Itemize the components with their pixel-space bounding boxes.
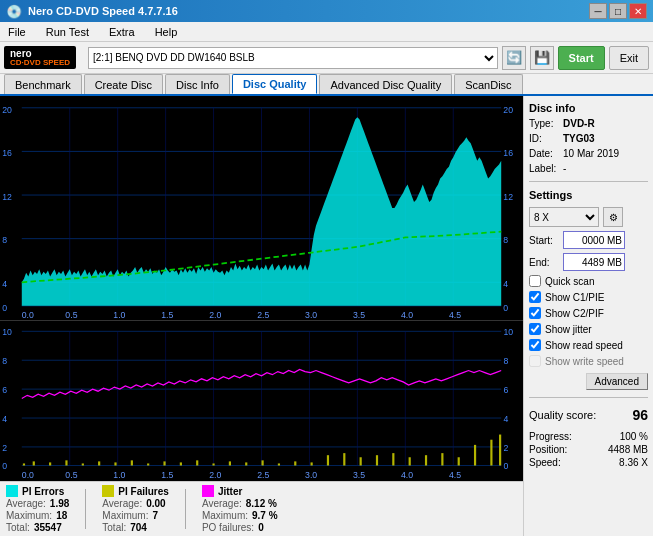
svg-rect-81	[458, 457, 460, 465]
show-jitter-checkbox[interactable]	[529, 323, 541, 335]
save-icon[interactable]: 💾	[530, 46, 554, 70]
refresh-icon[interactable]: 🔄	[502, 46, 526, 70]
tab-create-disc[interactable]: Create Disc	[84, 74, 163, 94]
show-write-speed-checkbox	[529, 355, 541, 367]
pi-failures-label: PI Failures	[118, 486, 169, 497]
exit-button[interactable]: Exit	[609, 46, 649, 70]
tab-scan-disc[interactable]: ScanDisc	[454, 74, 522, 94]
svg-text:3.5: 3.5	[353, 470, 365, 480]
svg-text:0: 0	[503, 302, 508, 312]
pi-errors-total: Total: 35547	[6, 522, 69, 533]
svg-text:8: 8	[2, 235, 7, 245]
jitter-po: PO failures: 0	[202, 522, 278, 533]
svg-rect-76	[376, 455, 378, 465]
disc-type-label: Type:	[529, 118, 559, 129]
menu-run-test[interactable]: Run Test	[42, 25, 93, 39]
svg-text:0: 0	[503, 461, 508, 471]
menu-bar: File Run Test Extra Help	[0, 22, 653, 42]
svg-text:1.5: 1.5	[161, 309, 173, 319]
menu-help[interactable]: Help	[151, 25, 182, 39]
legend-separator-1	[85, 489, 86, 529]
svg-text:2.0: 2.0	[209, 470, 221, 480]
show-c1pie-row: Show C1/PIE	[529, 291, 648, 303]
show-read-speed-row: Show read speed	[529, 339, 648, 351]
show-write-speed-label: Show write speed	[545, 356, 624, 367]
nero-logo: nero CD·DVD SPEED	[4, 46, 76, 70]
advanced-button[interactable]: Advanced	[586, 373, 648, 390]
disc-label-label: Label:	[529, 163, 559, 174]
svg-rect-78	[409, 457, 411, 465]
tab-advanced-disc-quality[interactable]: Advanced Disc Quality	[319, 74, 452, 94]
menu-extra[interactable]: Extra	[105, 25, 139, 39]
progress-label: Progress:	[529, 431, 572, 442]
speed-row: 1 X2 X4 X6 X8 XMax ⚙	[529, 207, 648, 227]
svg-rect-56	[49, 462, 51, 465]
position-row: Position: 4488 MB	[529, 444, 648, 455]
svg-rect-72	[311, 462, 313, 465]
quick-scan-row: Quick scan	[529, 275, 648, 287]
main-content: 20 16 12 8 4 0 20 16 12 8 4 0 0.0 0.5 1.…	[0, 96, 653, 536]
svg-text:2.5: 2.5	[257, 309, 269, 319]
progress-section: Progress: 100 % Position: 4488 MB Speed:…	[529, 431, 648, 468]
pi-errors-color	[6, 485, 18, 497]
svg-rect-77	[392, 453, 394, 465]
tab-disc-quality[interactable]: Disc Quality	[232, 74, 318, 94]
svg-rect-55	[33, 461, 35, 465]
jitter-header: Jitter	[202, 485, 278, 497]
app-icon: 💿	[6, 4, 22, 19]
svg-rect-71	[294, 461, 296, 465]
svg-text:16: 16	[503, 148, 513, 158]
chart-bottom-svg: 10 8 6 4 2 0 10 8 6 4 2 0 0.0 0.5 1.0 1.…	[0, 321, 523, 481]
close-button[interactable]: ✕	[629, 3, 647, 19]
legend-pi-failures: PI Failures Average: 0.00 Maximum: 7 Tot…	[102, 485, 169, 533]
show-jitter-row: Show jitter	[529, 323, 648, 335]
speed-row-prog: Speed: 8.36 X	[529, 457, 648, 468]
svg-text:4: 4	[503, 414, 508, 424]
show-c1pie-checkbox[interactable]	[529, 291, 541, 303]
show-c2pif-checkbox[interactable]	[529, 307, 541, 319]
quality-score-row: Quality score: 96	[529, 407, 648, 423]
jitter-max: Maximum: 9.7 %	[202, 510, 278, 521]
tab-benchmark[interactable]: Benchmark	[4, 74, 82, 94]
svg-text:12: 12	[2, 191, 12, 201]
svg-text:3.0: 3.0	[305, 309, 317, 319]
start-label: Start:	[529, 235, 559, 246]
chart-bottom: 10 8 6 4 2 0 10 8 6 4 2 0 0.0 0.5 1.0 1.…	[0, 321, 523, 481]
show-write-speed-row: Show write speed	[529, 355, 648, 367]
pi-errors-avg: Average: 1.98	[6, 498, 69, 509]
settings-icon[interactable]: ⚙	[603, 207, 623, 227]
svg-text:12: 12	[503, 191, 513, 201]
tab-bar: Benchmark Create Disc Disc Info Disc Qua…	[0, 74, 653, 96]
svg-text:10: 10	[503, 328, 513, 338]
svg-text:4.5: 4.5	[449, 309, 461, 319]
title-bar-left: 💿 Nero CD-DVD Speed 4.7.7.16	[6, 4, 178, 19]
drive-selector[interactable]: [2:1] BENQ DVD DD DW1640 BSLB	[88, 47, 498, 69]
legend-area: PI Errors Average: 1.98 Maximum: 18 Tota…	[0, 481, 523, 536]
speed-dropdown[interactable]: 1 X2 X4 X6 X8 XMax	[529, 207, 599, 227]
end-input[interactable]	[563, 253, 625, 271]
toolbar: nero CD·DVD SPEED [2:1] BENQ DVD DD DW16…	[0, 42, 653, 74]
disc-id-value: TYG03	[563, 133, 595, 144]
show-read-speed-checkbox[interactable]	[529, 339, 541, 351]
svg-text:0.0: 0.0	[22, 309, 34, 319]
show-c2pif-label: Show C2/PIF	[545, 308, 604, 319]
pi-failures-header: PI Failures	[102, 485, 169, 497]
maximize-button[interactable]: □	[609, 3, 627, 19]
tab-disc-info[interactable]: Disc Info	[165, 74, 230, 94]
disc-id-label: ID:	[529, 133, 559, 144]
menu-file[interactable]: File	[4, 25, 30, 39]
position-label: Position:	[529, 444, 567, 455]
speed-value: 8.36 X	[619, 457, 648, 468]
start-input[interactable]	[563, 231, 625, 249]
svg-text:0.5: 0.5	[65, 309, 77, 319]
start-button[interactable]: Start	[558, 46, 605, 70]
svg-text:4.0: 4.0	[401, 470, 413, 480]
drive-dropdown[interactable]: [2:1] BENQ DVD DD DW1640 BSLB	[88, 47, 498, 69]
svg-text:4.0: 4.0	[401, 309, 413, 319]
svg-rect-65	[196, 460, 198, 465]
minimize-button[interactable]: ─	[589, 3, 607, 19]
svg-text:0: 0	[2, 302, 7, 312]
quick-scan-checkbox[interactable]	[529, 275, 541, 287]
settings-title: Settings	[529, 189, 648, 201]
position-value: 4488 MB	[608, 444, 648, 455]
